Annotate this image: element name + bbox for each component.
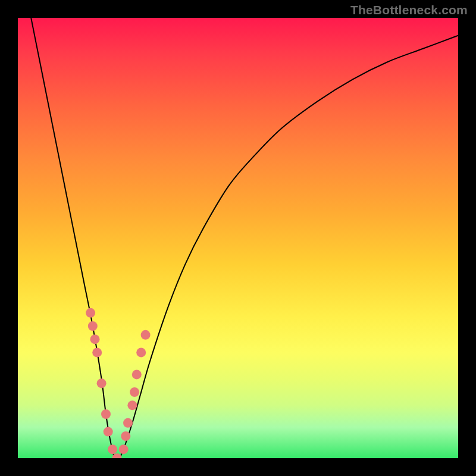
highlight-dots (86, 308, 151, 458)
marker-dot (104, 427, 113, 437)
marker-dot (127, 400, 137, 410)
marker-dot (121, 431, 130, 441)
marker-dot (90, 334, 100, 344)
marker-dot (86, 308, 95, 318)
marker-dot (97, 378, 107, 388)
marker-dot (88, 321, 98, 331)
watermark: TheBottleneck.com (350, 3, 468, 17)
marker-dot (92, 347, 102, 357)
marker-dot (132, 369, 142, 379)
chart-svg (18, 18, 458, 458)
marker-dot (101, 409, 111, 419)
marker-dot (141, 330, 151, 340)
plot-area (18, 18, 458, 458)
marker-dot (123, 418, 133, 428)
marker-dot (130, 387, 139, 397)
marker-dot (108, 444, 117, 454)
frame: TheBottleneck.com (0, 0, 476, 476)
marker-dot (136, 347, 146, 357)
bottleneck-curve (31, 18, 458, 458)
marker-dot (119, 444, 129, 454)
